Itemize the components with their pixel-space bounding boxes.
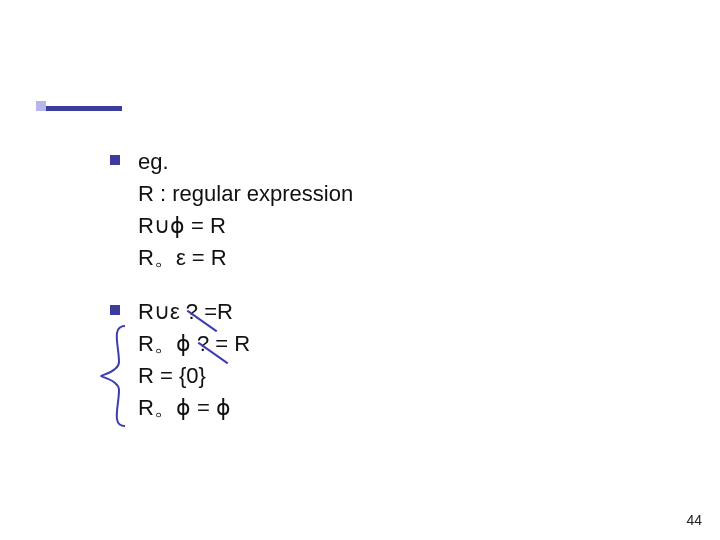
list-item-text: eg. R : regular expression R∪ϕ = R R。ε =…: [138, 146, 353, 274]
text-line: R∪ϕ = R: [138, 210, 353, 242]
square-bullet-icon: [110, 305, 120, 315]
text-line: R∪ε ? =R: [138, 296, 250, 328]
list-item-text: R∪ε ? =R R。ϕ ? = R R = {0} R。ϕ = ϕ: [138, 296, 250, 424]
header-accent-box: [36, 101, 46, 111]
text-line: R = {0}: [138, 360, 250, 392]
list-item: eg. R : regular expression R∪ϕ = R R。ε =…: [110, 146, 353, 274]
text-line: R。ϕ ? = R: [138, 328, 250, 360]
text-line: R。ϕ = ϕ: [138, 392, 250, 424]
text-line: R。ε = R: [138, 242, 353, 274]
slide-body: eg. R : regular expression R∪ϕ = R R。ε =…: [110, 146, 353, 446]
text-line: R : regular expression: [138, 178, 353, 210]
list-item: R∪ε ? =R R。ϕ ? = R R = {0} R。ϕ = ϕ: [110, 296, 353, 424]
square-bullet-icon: [110, 155, 120, 165]
page-number: 44: [686, 512, 702, 528]
header-accent-bar: [46, 106, 122, 111]
text-line: eg.: [138, 146, 353, 178]
